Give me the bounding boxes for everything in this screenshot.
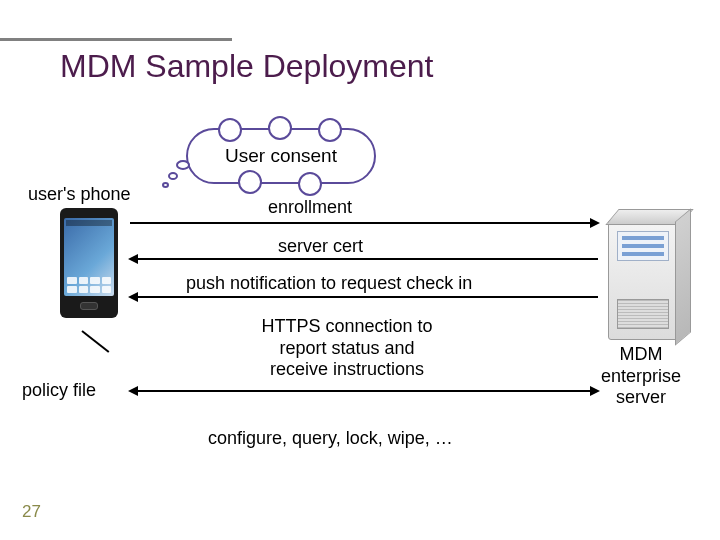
policy-file-label: policy file bbox=[22, 380, 96, 402]
label-ops: configure, query, lock, wipe, … bbox=[208, 428, 453, 450]
page-number: 27 bbox=[22, 502, 41, 522]
label-push: push notification to request check in bbox=[186, 273, 472, 295]
header-separator bbox=[0, 38, 232, 41]
server-label: MDM enterprise server bbox=[586, 344, 696, 409]
arrow-server-cert bbox=[130, 258, 598, 260]
phone-label: user's phone bbox=[28, 184, 131, 206]
arrow-https bbox=[130, 390, 598, 392]
label-https: HTTPS connection to report status and re… bbox=[232, 316, 462, 381]
cloud-label: User consent bbox=[225, 145, 337, 167]
arrow-enrollment bbox=[130, 222, 598, 224]
label-enrollment: enrollment bbox=[268, 197, 352, 219]
server-icon bbox=[608, 220, 678, 340]
slide-title: MDM Sample Deployment bbox=[60, 48, 433, 85]
slide: MDM Sample Deployment User consent user'… bbox=[0, 0, 720, 540]
label-server-cert: server cert bbox=[278, 236, 363, 258]
policy-pointer bbox=[81, 330, 109, 353]
user-consent-cloud: User consent bbox=[186, 128, 376, 184]
phone-icon bbox=[60, 208, 118, 318]
arrow-push bbox=[130, 296, 598, 298]
